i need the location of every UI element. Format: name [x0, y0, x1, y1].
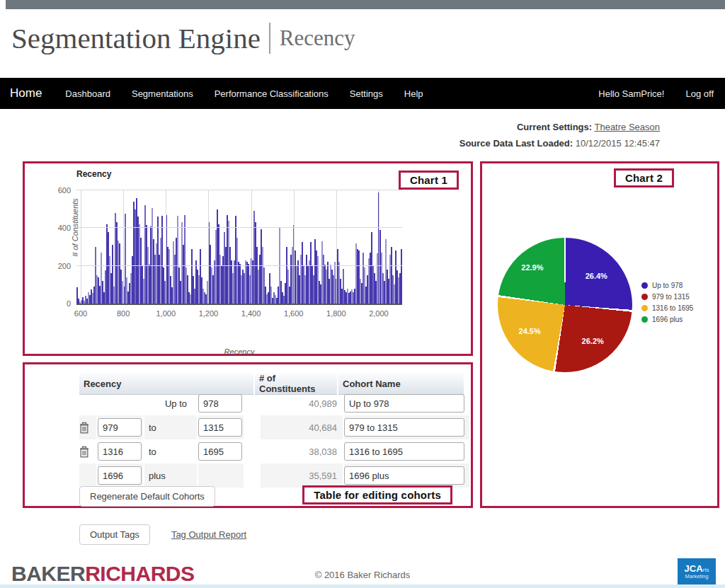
- delete-cohort-button[interactable]: [79, 422, 89, 434]
- legend-dot: [641, 282, 648, 289]
- chart2-badge: Chart 2: [614, 168, 674, 188]
- from-cell: [98, 391, 143, 415]
- cohort-name-cell: [344, 415, 469, 439]
- main-nav: HomeDashboardSegmentationsPerformance Cl…: [0, 78, 725, 109]
- to-value-input[interactable]: [198, 418, 242, 437]
- cohort-name-input[interactable]: [344, 466, 464, 485]
- legend-item-up-to-978: Up to 978: [641, 282, 693, 289]
- histogram-bar: [317, 256, 319, 304]
- output-row: Output Tags Tag Output Report: [79, 524, 246, 545]
- table-row: to38,038: [79, 439, 466, 463]
- x-tick-label: 1,600: [284, 309, 304, 318]
- histogram-bar: [241, 275, 242, 304]
- histogram-bar: [377, 253, 378, 304]
- cohort-table-rows: Up to40,989to40,684to38,038plus35,591: [79, 391, 466, 488]
- cohort-table: Recency # of Constituents Cohort Name Up…: [79, 373, 466, 488]
- histogram-bar: [96, 275, 98, 304]
- histogram-bar: [194, 289, 195, 304]
- pie-chart: [498, 238, 632, 372]
- histogram-bar: [152, 208, 153, 304]
- constituent-count: 40,684: [261, 415, 343, 439]
- to-value-input[interactable]: [198, 394, 242, 413]
- logoff-link[interactable]: Log off: [685, 88, 714, 99]
- nav-item-help[interactable]: Help: [394, 88, 434, 99]
- gridline-x-1000: [166, 190, 166, 304]
- x-tick-label: 1,400: [241, 309, 261, 318]
- output-tags-button[interactable]: Output Tags: [79, 524, 150, 545]
- histogram-bar: [389, 255, 391, 304]
- cohort-table-header: Recency # of Constituents Cohort Name: [79, 373, 466, 391]
- gridline-x-600: [81, 190, 81, 304]
- histogram-bar: [398, 277, 399, 304]
- histogram-bar: [253, 211, 255, 304]
- from-cell: [98, 415, 143, 439]
- delete-cohort-button[interactable]: [79, 446, 89, 458]
- histogram-bar: [101, 253, 102, 304]
- table-row: Up to40,989: [79, 391, 466, 415]
- histogram-bar: [287, 270, 289, 304]
- histogram-bar: [275, 295, 276, 304]
- jca-big-text: JCA: [685, 563, 703, 574]
- spacer-cell: [245, 415, 259, 439]
- histogram-bar: [258, 270, 259, 304]
- histogram-bar: [300, 255, 302, 304]
- jca-arts-marketing-logo: JCArts Marketing: [678, 558, 716, 584]
- nav-item-segmentations[interactable]: Segmentations: [121, 88, 204, 99]
- constituent-count: 38,038: [261, 439, 343, 463]
- cohort-name-cell: [344, 463, 469, 488]
- cohort-name-input[interactable]: [344, 442, 464, 461]
- gridline-x-2000: [379, 190, 379, 304]
- pie-legend: Up to 978979 to 13151316 to 16951696 plu…: [641, 282, 693, 323]
- histogram-bar: [372, 266, 374, 304]
- tag-output-report-link[interactable]: Tag Output Report: [171, 529, 246, 540]
- x-tick-label: 600: [74, 309, 87, 318]
- histogram-bar: [224, 232, 225, 304]
- gridline-x-1200: [208, 190, 209, 304]
- page-title: Recency: [280, 25, 355, 51]
- histogram-bar: [313, 275, 314, 304]
- histogram-bar: [144, 205, 146, 304]
- cohort-name-cell: [344, 439, 469, 463]
- cohort-name-input[interactable]: [344, 418, 464, 437]
- cohort-table-panel: Recency # of Constituents Cohort Name Up…: [23, 362, 473, 508]
- current-settings-link[interactable]: Theatre Season: [594, 122, 660, 132]
- histogram-bar: [174, 255, 176, 304]
- legend-label: 1316 to 1695: [652, 304, 693, 312]
- cohort-name-cell: [344, 391, 469, 415]
- delete-cell: [79, 391, 96, 415]
- app-window: Segmentation Engine Recency HomeDashboar…: [0, 0, 725, 588]
- regenerate-default-cohorts-button[interactable]: Regenerate Default Cohorts: [79, 486, 215, 507]
- histogram-bar: [326, 270, 327, 304]
- histogram-panel: Chart 1 Recency # of Constituents 020040…: [23, 161, 473, 356]
- histogram-bar: [304, 275, 306, 304]
- legend-label: Up to 978: [652, 282, 683, 289]
- legend-dot: [641, 294, 648, 300]
- legend-dot: [641, 305, 648, 311]
- histogram-bar: [355, 243, 357, 304]
- histogram-bar: [360, 279, 361, 304]
- to-value-input[interactable]: [198, 442, 242, 461]
- pie-slice-label-979-to-1315: 26.2%: [582, 337, 604, 345]
- from-value-input[interactable]: [98, 442, 142, 461]
- trash-icon: [79, 422, 89, 434]
- histogram-plot[interactable]: # of Constituents 02004006006008001,0001…: [76, 190, 402, 305]
- nav-item-settings[interactable]: Settings: [339, 88, 394, 99]
- gridline-x-1400: [251, 190, 252, 304]
- histogram-bar: [198, 275, 200, 304]
- x-tick-label: 1,000: [156, 309, 176, 318]
- user-greeting[interactable]: Hello SamPrice!: [598, 88, 664, 99]
- histogram-bar: [185, 267, 187, 304]
- spacer-cell: [245, 463, 259, 488]
- legend-label: 979 to 1315: [652, 293, 690, 301]
- nav-item-home[interactable]: Home: [0, 86, 55, 100]
- nav-item-performance-classifications[interactable]: Performance Classifications: [204, 88, 339, 99]
- cohort-name-input[interactable]: [344, 394, 464, 413]
- from-value-input[interactable]: [98, 418, 142, 437]
- y-tick-label: 400: [50, 224, 71, 232]
- from-value-input[interactable]: [98, 466, 142, 485]
- histogram-bar: [215, 230, 217, 304]
- histogram-bar: [266, 294, 268, 304]
- source-data-value: 10/12/2015 12:45:47: [576, 138, 660, 149]
- pie-panel: Chart 2 Up to 978979 to 13151316 to 1695…: [480, 161, 719, 508]
- nav-item-dashboard[interactable]: Dashboard: [55, 88, 121, 99]
